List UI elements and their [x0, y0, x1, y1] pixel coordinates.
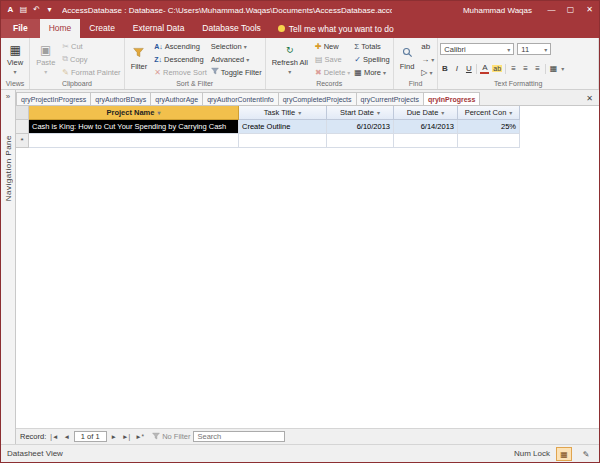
close-document-icon[interactable]: ✕ — [580, 94, 599, 105]
cell-start-date[interactable]: 6/10/2013 — [327, 120, 394, 134]
tell-me-box[interactable]: Tell me what you want to do — [278, 19, 394, 38]
chevron-down-icon: ▾ — [544, 46, 547, 53]
paste-button[interactable]: ▣ Paste ▾ — [32, 39, 59, 79]
views-group-label: Views — [3, 79, 27, 89]
font-name-value: Calibri — [444, 45, 504, 54]
new-record-button[interactable]: ✚ New — [314, 40, 351, 52]
doc-tab-qryProjectInProgress[interactable]: qryProjectInProgress — [16, 92, 91, 105]
align-center-button[interactable]: ≡ — [521, 64, 530, 73]
toggle-filter-label: Toggle Filter — [221, 68, 262, 77]
select-all-corner[interactable] — [16, 106, 29, 120]
navigation-pane-collapsed[interactable]: » Navigation Pane — [1, 90, 16, 444]
minimize-button[interactable]: — — [542, 1, 561, 19]
goto-button[interactable]: → ▾ — [420, 53, 435, 65]
gridlines-button[interactable]: ▦ — [549, 64, 558, 73]
column-header-project-name[interactable]: Project Name ▾ — [29, 106, 239, 120]
cell-due-date[interactable]: 6/14/2013 — [394, 120, 458, 134]
empty-cell[interactable] — [327, 134, 394, 148]
undo-icon[interactable]: ↶ — [30, 1, 43, 19]
cut-button[interactable]: ✂ Cut — [61, 40, 121, 52]
select-button[interactable]: ▷ ▾ — [420, 66, 435, 78]
close-button[interactable]: ✕ — [580, 1, 599, 19]
font-size-select[interactable]: 11 ▾ — [517, 43, 551, 55]
next-record-icon[interactable]: ► — [110, 433, 118, 440]
last-record-icon[interactable]: ►| — [121, 433, 131, 440]
doc-tab-qryAuthorAge[interactable]: qryAuthorAge — [150, 92, 203, 105]
record-position[interactable]: 1 of 1 — [74, 431, 107, 442]
font-color-button[interactable]: A — [480, 64, 489, 74]
empty-cell[interactable] — [458, 134, 520, 148]
filter-indicator[interactable]: No Filter — [152, 432, 190, 442]
more-button[interactable]: ▦ More ▾ — [353, 66, 390, 78]
doc-tab-qryCompletedProjects[interactable]: qryCompletedProjects — [278, 92, 357, 105]
ascending-button[interactable]: A↓ Ascending — [153, 40, 207, 52]
remove-sort-button[interactable]: ✕ Remove Sort — [153, 66, 207, 78]
font-name-select[interactable]: Calibri ▾ — [440, 43, 514, 55]
selection-button[interactable]: Selection ▾ — [210, 40, 263, 52]
delete-record-button[interactable]: ✖ Delete ▾ — [314, 66, 351, 78]
bold-button[interactable]: B — [440, 64, 449, 73]
descending-button[interactable]: Z↓ Descending — [153, 53, 207, 65]
align-right-button[interactable]: ≡ — [533, 64, 542, 73]
tab-file[interactable]: File — [1, 19, 40, 38]
tab-home[interactable]: Home — [40, 19, 81, 38]
column-header-task-title[interactable]: Task Title ▾ — [239, 106, 327, 120]
column-header-label: Start Date — [340, 108, 374, 117]
spelling-button[interactable]: ✓ Spelling — [353, 53, 390, 65]
column-header-label: Due Date — [407, 108, 439, 117]
column-header-percent-complete[interactable]: Percent Con ▾ — [458, 106, 520, 120]
doc-tab-qryCurrentProjects[interactable]: qryCurrentProjects — [356, 92, 424, 105]
first-record-icon[interactable]: |◄ — [49, 433, 59, 440]
save-record-button[interactable]: ▤ Save — [314, 53, 351, 65]
table-row: Cash is King: How to Cut Your Spending b… — [16, 120, 599, 134]
empty-cell[interactable] — [29, 134, 239, 148]
empty-cell[interactable] — [394, 134, 458, 148]
doc-tab-qryAuthorBDays[interactable]: qryAuthorBDays — [90, 92, 151, 105]
tab-external-data[interactable]: External Data — [124, 19, 194, 38]
design-view-button[interactable]: ✎ — [578, 447, 594, 461]
refresh-all-button[interactable]: ↻ Refresh All ▾ — [268, 39, 312, 79]
search-input[interactable] — [193, 431, 285, 442]
doc-tab-qryInProgress[interactable]: qryInProgress — [423, 92, 480, 105]
align-left-button[interactable]: ≡ — [509, 64, 518, 73]
cell-task-title[interactable]: Create Outline — [239, 120, 327, 134]
toggle-filter-button[interactable]: Toggle Filter — [210, 66, 263, 78]
expand-navigation-pane-icon[interactable]: » — [6, 90, 10, 101]
advanced-button[interactable]: Advanced ▾ — [210, 53, 263, 65]
empty-cell[interactable] — [239, 134, 327, 148]
view-button[interactable]: ▦ View ▾ — [3, 39, 27, 79]
column-header-label: Percent Con — [465, 108, 507, 117]
quick-access-dropdown-icon[interactable]: ▾ — [43, 1, 56, 19]
chevron-down-icon: ▾ — [157, 109, 160, 116]
column-header-due-date[interactable]: Due Date ▾ — [394, 106, 458, 120]
datasheet-view-button[interactable]: ▦ — [556, 447, 572, 461]
filter-button[interactable]: Filter — [127, 39, 152, 79]
ribbon-group-find: Find ab → ▾ ▷ ▾ Find — [394, 38, 439, 89]
signed-in-user[interactable]: Muhammad Waqas — [463, 6, 532, 15]
doc-tab-qryAuthorContentInfo[interactable]: qryAuthorContentInfo — [202, 92, 279, 105]
column-header-start-date[interactable]: Start Date ▾ — [327, 106, 394, 120]
cell-project-name[interactable]: Cash is King: How to Cut Your Spending b… — [29, 120, 239, 134]
previous-record-icon[interactable]: ◄ — [62, 433, 70, 440]
copy-button[interactable]: ⧉ Copy — [61, 53, 121, 65]
cell-percent-complete[interactable]: 25% — [458, 120, 520, 134]
tell-me-label: Tell me what you want to do — [289, 24, 394, 34]
replace-button[interactable]: ab — [420, 40, 435, 52]
row-selector[interactable] — [16, 120, 29, 134]
window-title: AccessDatabase : Database- C:\Users\Muha… — [62, 6, 392, 15]
paste-label: Paste — [36, 58, 55, 67]
save-icon[interactable]: ▤ — [17, 1, 30, 19]
highlight-color-button[interactable]: ab — [492, 65, 502, 72]
tab-create[interactable]: Create — [80, 19, 124, 38]
find-button[interactable]: Find — [396, 39, 419, 79]
totals-button[interactable]: Σ Totals — [353, 40, 390, 52]
format-painter-button[interactable]: ✎ Format Painter — [61, 66, 121, 78]
maximize-button[interactable]: ▢ — [561, 1, 580, 19]
tab-database-tools[interactable]: Database Tools — [193, 19, 269, 38]
new-record-row: * — [16, 134, 599, 148]
italic-button[interactable]: I — [452, 64, 461, 73]
underline-button[interactable]: U — [464, 64, 473, 73]
filter-funnel-icon — [133, 47, 144, 61]
new-blank-record-icon[interactable]: ►* — [134, 433, 145, 440]
new-record-selector[interactable]: * — [16, 134, 29, 148]
